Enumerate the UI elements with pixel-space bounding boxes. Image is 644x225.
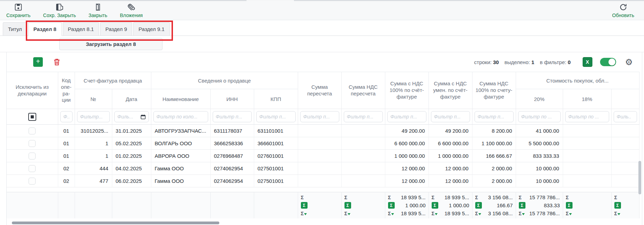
cell-seller-name[interactable]: Гамма ООО bbox=[151, 175, 210, 187]
attachments-button[interactable]: Вложения bbox=[120, 3, 143, 18]
sigma-selected-icon[interactable]: Σ bbox=[301, 202, 308, 209]
column-header-sum-vat-reduced[interactable]: Сумма с НДС умен. по счёт-фактуре bbox=[429, 72, 472, 109]
horizontal-scrollbar-thumb[interactable] bbox=[12, 222, 219, 224]
cell-inn[interactable]: 6311178037 bbox=[210, 125, 254, 137]
cell-rate-extra[interactable] bbox=[611, 125, 639, 137]
tab-3[interactable]: Раздел 9 bbox=[100, 22, 132, 36]
cell-rate-20[interactable]: 41 000.00 bbox=[516, 125, 563, 137]
cell-vat-sum-100[interactable]: 1 100 000.00 bbox=[472, 137, 516, 150]
cell-invoice-number[interactable]: 477 bbox=[75, 175, 112, 187]
save-close-button[interactable]: Сохр. Закрыть bbox=[43, 3, 76, 18]
cell-vat-sum-100[interactable]: 8 200.00 bbox=[472, 125, 516, 137]
calendar-icon[interactable] bbox=[141, 114, 146, 119]
column-header-recalc-vat[interactable]: Сумма НДС пересчета bbox=[341, 72, 385, 109]
cell-rate-20[interactable]: 10 000.00 bbox=[516, 175, 563, 187]
filter-input-invoice-number[interactable] bbox=[80, 114, 107, 119]
cell-rate-extra[interactable] bbox=[611, 175, 639, 187]
cell-recalc-sum[interactable] bbox=[298, 137, 341, 150]
row-checkbox[interactable] bbox=[29, 178, 36, 185]
cell-inn[interactable]: 0274062954 bbox=[210, 162, 254, 175]
column-header-kpp[interactable]: КПП bbox=[254, 89, 298, 109]
cell-recalc-sum[interactable] bbox=[298, 150, 341, 162]
column-header-rate-18[interactable]: 18% bbox=[563, 89, 611, 109]
cell-op-code[interactable]: 01 bbox=[58, 137, 75, 150]
cell-seller-name[interactable]: АВТОГРУЗЗАПЧАС... bbox=[151, 125, 210, 137]
tab-1[interactable]: Раздел 8 bbox=[28, 22, 62, 36]
sigma-selected-icon[interactable]: Σ bbox=[344, 202, 351, 209]
cell-sum-vat-100[interactable]: 6 600 000.00 bbox=[385, 137, 429, 150]
cell-kpp[interactable]: 027601001 bbox=[254, 150, 298, 162]
cell-vat-sum-100[interactable]: 2 000.00 bbox=[472, 162, 516, 175]
cell-recalc-sum[interactable] bbox=[298, 125, 341, 137]
sigma-selected-icon[interactable]: Σ bbox=[475, 202, 482, 209]
cell-rate-18[interactable] bbox=[563, 150, 611, 162]
cell-kpp[interactable]: 631101001 bbox=[254, 125, 298, 137]
column-header-invoice-number[interactable]: № bbox=[75, 89, 112, 109]
filter-input-sum-vat-reduced[interactable] bbox=[434, 114, 467, 119]
cell-op-code[interactable]: 02 bbox=[58, 162, 75, 175]
tab-0[interactable]: Титул bbox=[3, 22, 27, 36]
cell-op-code[interactable]: 02 bbox=[58, 175, 75, 187]
column-header-sum-vat-100[interactable]: Сумма с НДС 100% по счёт-фактуре bbox=[385, 72, 429, 109]
gear-icon[interactable]: ⚙ bbox=[625, 58, 633, 67]
close-button[interactable]: Закрыть bbox=[89, 3, 107, 18]
cell-op-code[interactable]: 01 bbox=[58, 150, 75, 162]
column-header-inn[interactable]: ИНН bbox=[210, 89, 254, 109]
refresh-button[interactable]: Обновить bbox=[612, 3, 634, 18]
filter-input-rate-extra[interactable] bbox=[617, 114, 634, 119]
cell-invoice-date[interactable]: 01.02.2025 bbox=[112, 150, 151, 162]
cell-recalc-vat[interactable] bbox=[341, 175, 385, 187]
cell-sum-vat-100[interactable]: 12 000.00 bbox=[385, 162, 429, 175]
cell-invoice-date[interactable]: 04.02.2025 bbox=[112, 162, 151, 175]
filter-input-op-code[interactable] bbox=[63, 114, 69, 119]
filter-input-rate-20[interactable] bbox=[521, 114, 558, 119]
cell-kpp[interactable]: 366601001 bbox=[254, 137, 298, 150]
save-button[interactable]: Сохранить bbox=[6, 3, 31, 18]
cell-recalc-vat[interactable] bbox=[341, 125, 385, 137]
cell-invoice-date[interactable]: 05.02.2025 bbox=[112, 137, 151, 150]
column-header-op-code[interactable]: Код опе-ра-ции bbox=[58, 72, 75, 109]
filter-input-invoice-date[interactable] bbox=[118, 114, 139, 119]
load-section-button[interactable]: Загрузить раздел 8 bbox=[59, 38, 162, 50]
cell-rate-18[interactable] bbox=[563, 162, 611, 175]
cell-invoice-number[interactable]: 1 bbox=[75, 137, 112, 150]
filter-input-recalc-sum[interactable] bbox=[303, 114, 336, 119]
cell-inn[interactable]: 0276968487 bbox=[210, 150, 254, 162]
cell-vat-sum-100[interactable]: 166 666.67 bbox=[472, 150, 516, 162]
row-checkbox[interactable] bbox=[29, 140, 36, 147]
filter-input-recalc-vat[interactable] bbox=[347, 114, 380, 119]
tab-4[interactable]: Раздел 9.1 bbox=[133, 22, 170, 36]
cell-rate-20[interactable]: 833 333.33 bbox=[516, 150, 563, 162]
sigma-selected-icon[interactable]: Σ bbox=[519, 202, 525, 209]
cell-sum-vat-reduced[interactable]: 49 200.00 bbox=[429, 125, 472, 137]
exclude-all-checkbox[interactable] bbox=[28, 113, 36, 121]
filter-input-seller-name[interactable] bbox=[157, 114, 205, 119]
vertical-scrollbar-thumb[interactable] bbox=[638, 161, 641, 194]
sigma-selected-icon[interactable]: Σ bbox=[614, 202, 621, 209]
cell-sum-vat-100[interactable]: 49 200.00 bbox=[385, 125, 429, 137]
cell-rate-extra[interactable] bbox=[611, 162, 639, 175]
cell-sum-vat-reduced[interactable]: 6 600 000.00 bbox=[429, 137, 472, 150]
column-header-rate-extra[interactable] bbox=[611, 89, 639, 109]
cell-recalc-vat[interactable] bbox=[341, 162, 385, 175]
cell-rate-extra[interactable] bbox=[611, 137, 639, 150]
cell-seller-name[interactable]: ВОЛГАРЬ ООО bbox=[151, 137, 210, 150]
column-header-vat-sum-100[interactable]: Сумма НДС 100% по счету-фактуре bbox=[472, 72, 516, 109]
row-checkbox[interactable] bbox=[29, 165, 36, 172]
cell-rate-20[interactable]: 5 500 000.00 bbox=[516, 137, 563, 150]
filter-input-vat-sum-100[interactable] bbox=[478, 114, 510, 119]
column-header-invoice-date[interactable]: Дата bbox=[112, 89, 151, 109]
cell-rate-18[interactable] bbox=[563, 137, 611, 150]
cell-invoice-number[interactable]: 444 bbox=[75, 162, 112, 175]
cell-seller-name[interactable]: Гамма ООО bbox=[151, 162, 210, 175]
row-checkbox[interactable] bbox=[29, 127, 36, 134]
delete-row-button[interactable] bbox=[53, 58, 61, 66]
cell-invoice-number[interactable]: 1 bbox=[75, 150, 112, 162]
column-header-exclude[interactable]: Исключить из декларации bbox=[7, 72, 58, 109]
filter-input-inn[interactable] bbox=[216, 114, 249, 119]
cell-recalc-sum[interactable] bbox=[298, 162, 341, 175]
excel-export-button[interactable]: X bbox=[583, 57, 592, 67]
cell-inn[interactable]: 3666258336 bbox=[210, 137, 254, 150]
filter-input-sum-vat-100[interactable] bbox=[391, 114, 423, 119]
cell-inn[interactable]: 0274062954 bbox=[210, 175, 254, 187]
